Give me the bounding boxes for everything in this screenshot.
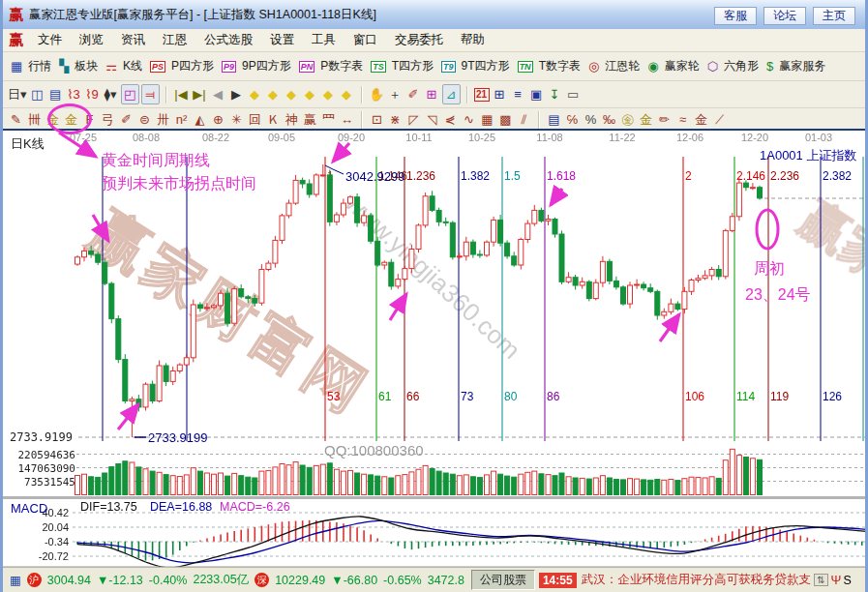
diamond-hshrink-button-icon: ◆ bbox=[305, 87, 314, 102]
marker-dropdown[interactable]: ⧫▾ bbox=[103, 85, 119, 104]
stats-column-icon[interactable]: ▤ bbox=[546, 110, 562, 129]
overlay9-icon[interactable]: ⌇9 bbox=[84, 85, 101, 104]
next-bar-button[interactable]: ▶ bbox=[228, 85, 245, 104]
prev-bar-button-icon: ◀ bbox=[213, 87, 223, 102]
grid-fine-icon[interactable]: ▦ bbox=[479, 110, 495, 129]
bar-count-icon[interactable]: 卅 bbox=[155, 110, 171, 129]
n-square-icon[interactable]: n² bbox=[173, 110, 190, 129]
calendar-button[interactable]: 21 bbox=[474, 88, 490, 102]
news-headline[interactable]: 武汉：企业环境信用评分高可获税务贷款支 bbox=[582, 572, 812, 588]
pan-hand-button[interactable]: ✋ bbox=[369, 85, 385, 104]
diamond-allshrink-button[interactable]: ◆ bbox=[320, 85, 337, 104]
angle-lines-icon[interactable]: ⋞ bbox=[442, 110, 459, 129]
t-square-button[interactable]: TST四方形 bbox=[371, 58, 434, 74]
winner-service-button[interactable]: $赢家服务 bbox=[766, 58, 825, 74]
save-button[interactable]: ▣ bbox=[528, 85, 545, 104]
gold-wheel-icon[interactable]: ㊎ bbox=[619, 110, 636, 129]
home-button[interactable]: 主页 bbox=[813, 7, 855, 25]
gold-band-icon[interactable]: 金 bbox=[693, 110, 709, 129]
parallel-icon[interactable]: ⫽ bbox=[516, 110, 532, 129]
wave-band-icon[interactable]: ≈ bbox=[674, 110, 691, 129]
forum-button[interactable]: 论坛 bbox=[763, 7, 806, 25]
percent-icon[interactable]: % bbox=[583, 110, 599, 129]
price-ruler-icon[interactable]: 罒 bbox=[320, 110, 337, 129]
p-number-button[interactable]: PNP数字表 bbox=[299, 58, 364, 74]
mirror-fold-icon[interactable]: ◭ bbox=[192, 110, 208, 129]
t-number-button[interactable]: TNT数字表 bbox=[518, 58, 581, 74]
market-grid-icon[interactable]: ▦ bbox=[10, 573, 21, 587]
prev-bar-button[interactable]: ◀ bbox=[210, 85, 226, 104]
notes-button[interactable]: ≡ bbox=[510, 85, 526, 104]
news-scroll-spinner[interactable]: ⇅ bbox=[814, 574, 827, 586]
time-bars-icon[interactable]: 卌 bbox=[26, 110, 43, 129]
menu-item-6[interactable]: 工具 bbox=[303, 31, 344, 48]
last-bar-button[interactable]: ▶| bbox=[192, 85, 208, 104]
overlay3-icon[interactable]: ⌇3 bbox=[66, 85, 82, 104]
calculator-button[interactable]: ⊞ bbox=[492, 85, 508, 104]
fan-box-icon[interactable]: ◹ bbox=[424, 110, 440, 129]
kline-button[interactable]: ⚎K线 bbox=[105, 58, 142, 74]
gold-lines-icon[interactable]: 金 bbox=[638, 110, 654, 129]
zigzag-icon[interactable]: ∿ bbox=[461, 110, 477, 129]
star-rays-icon[interactable]: ✳ bbox=[228, 110, 245, 129]
volume-profile-icon[interactable]: ⫤ bbox=[141, 84, 160, 104]
p-square-button[interactable]: PSP四方形 bbox=[150, 58, 214, 74]
shen-grid-icon[interactable]: 神 bbox=[284, 110, 300, 129]
period-style-dropdown[interactable]: 日▾ bbox=[8, 85, 27, 104]
menu-item-1[interactable]: 浏览 bbox=[71, 31, 112, 48]
angle-tool-button[interactable]: ✐ bbox=[405, 85, 422, 104]
info-panel-icon[interactable]: ▤ bbox=[47, 85, 64, 104]
ying-grid-icon[interactable]: 赢 bbox=[302, 110, 318, 129]
draw-pen-icon[interactable]: ✎ bbox=[8, 110, 24, 129]
box-tool-icon[interactable]: ⊡ bbox=[369, 110, 385, 129]
diamond-hexpand-button[interactable]: ◆ bbox=[284, 85, 300, 104]
diamond-left-button[interactable]: ◆ bbox=[247, 85, 263, 104]
overlay3-icon-icon: ⌇3 bbox=[67, 87, 80, 102]
fan-left-icon[interactable]: ◸ bbox=[405, 110, 422, 129]
mark-pen-icon-icon: ✐ bbox=[121, 112, 132, 127]
mark-pen-icon[interactable]: ✐ bbox=[118, 110, 135, 129]
quotes-button[interactable]: ▦行情 bbox=[11, 58, 51, 74]
support-button[interactable]: 客服 bbox=[714, 7, 757, 25]
menu-item-2[interactable]: 资讯 bbox=[112, 31, 154, 48]
winner-wheel-button[interactable]: ◉赢家轮 bbox=[647, 58, 699, 74]
diamond-hshrink-button[interactable]: ◆ bbox=[302, 85, 318, 104]
flag-pen-icon[interactable]: ✏ bbox=[656, 110, 673, 129]
export-button[interactable]: ↧ bbox=[547, 85, 563, 104]
diamond-allexpand-button[interactable]: ◆ bbox=[339, 85, 355, 104]
menu-item-3[interactable]: 江恩 bbox=[154, 31, 195, 48]
chart-window-icon[interactable]: ◫ bbox=[29, 85, 45, 104]
cycle-circle-icon[interactable]: ⊜ bbox=[136, 110, 153, 129]
gann-wheel-button[interactable]: ◎江恩轮 bbox=[588, 58, 640, 74]
percent-lines-icon[interactable]: ‰ bbox=[601, 110, 617, 129]
wave-zone-icon[interactable]: ◰ bbox=[121, 84, 139, 104]
spiral-tool-icon[interactable]: 弓 bbox=[100, 110, 116, 129]
print-button[interactable]: ▭ bbox=[565, 85, 582, 104]
menu-item-4[interactable]: 公式选股 bbox=[195, 31, 261, 48]
k-mark-icon[interactable]: Ｋ bbox=[265, 110, 282, 129]
span-arrow-icon[interactable]: ↔ bbox=[339, 110, 355, 129]
menu-item-5[interactable]: 设置 bbox=[261, 31, 303, 48]
first-bar-button[interactable]: |◀ bbox=[173, 85, 190, 104]
menu-item-9[interactable]: 帮助 bbox=[452, 31, 494, 48]
hexagon-button[interactable]: ⬡六角形 bbox=[707, 58, 759, 74]
titlebar-buttons: 客服 论坛 主页 bbox=[714, 7, 855, 25]
sectors-button[interactable]: ▚板块 bbox=[59, 58, 98, 74]
grid-shade-icon[interactable]: ▩ bbox=[497, 110, 514, 129]
ray-burst-icon[interactable]: ⋇ bbox=[387, 110, 404, 129]
news-category-ticker[interactable]: 公司股票 bbox=[471, 570, 535, 590]
percent-slope-icon[interactable]: ℅ bbox=[564, 110, 581, 129]
gann-center-icon[interactable]: ⊕ bbox=[210, 110, 226, 129]
menu-item-8[interactable]: 交易委托 bbox=[386, 31, 452, 48]
trend-slash-icon[interactable]: ⟋ bbox=[711, 110, 728, 129]
gann-grid-button[interactable]: ⊞ bbox=[424, 85, 440, 104]
square-cycle-icon[interactable]: 回 bbox=[247, 110, 263, 129]
chart-canvas[interactable]: 赢家财富网赢家财富网www.yingjia360.com07-2508-0808… bbox=[3, 129, 868, 567]
p9-square-button[interactable]: P99P四方形 bbox=[222, 58, 291, 74]
menu-item-7[interactable]: 窗口 bbox=[344, 31, 386, 48]
t9-square-button[interactable]: T99T四方形 bbox=[441, 58, 510, 74]
gann-fan-button[interactable]: ⊿ bbox=[442, 84, 461, 104]
diamond-right-button[interactable]: ◆ bbox=[265, 85, 282, 104]
crosshair-button[interactable]: ＋ bbox=[387, 85, 404, 104]
menu-item-0[interactable]: 文件 bbox=[29, 31, 71, 48]
